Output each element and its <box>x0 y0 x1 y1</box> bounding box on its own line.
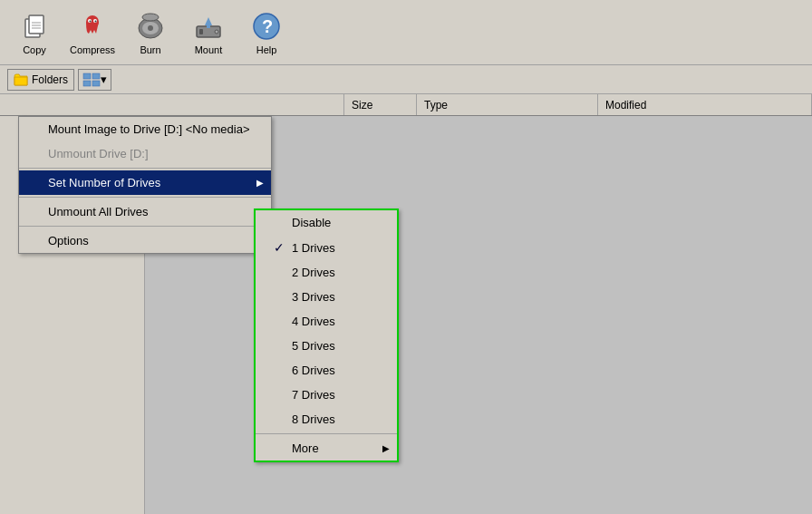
svg-marker-17 <box>205 17 212 25</box>
submenu-checkmark-1-drives: ✓ <box>274 240 288 255</box>
submenu-item-4-drives-label: 4 Drives <box>292 315 335 328</box>
menu-item-unmount-all[interactable]: Unmount All Drives <box>19 199 271 224</box>
submenu-item-disable-label: Disable <box>292 216 331 229</box>
main-content: Mount Image to Drive [D:] <No media> Unm… <box>0 116 812 514</box>
submenu-item-4-drives[interactable]: 4 Drives <box>256 309 397 334</box>
submenu-checkmark-8-drives <box>274 412 288 426</box>
mount-label: Mount <box>195 44 223 55</box>
submenu-item-3-drives-label: 3 Drives <box>292 290 335 304</box>
burn-button[interactable]: Burn <box>123 5 178 60</box>
menu-item-mount-image[interactable]: Mount Image to Drive [D:] <No media> <box>19 117 271 141</box>
menu-item-options[interactable]: Options <box>19 228 271 253</box>
folders-label: Folders <box>32 73 68 86</box>
view-toggle-button[interactable]: ▾ <box>78 69 111 91</box>
copy-icon <box>18 10 51 43</box>
help-icon: ? <box>250 10 283 43</box>
view-dropdown-arrow: ▾ <box>101 73 107 86</box>
svg-point-12 <box>148 25 153 31</box>
submenu-item-more-label: More <box>292 441 319 455</box>
compress-button[interactable]: Compress <box>65 5 120 60</box>
submenu-item-2-drives-label: 2 Drives <box>292 266 335 279</box>
column-headers: Size Type Modified <box>0 94 812 116</box>
submenu-item-more[interactable]: More <box>256 436 397 461</box>
mount-button[interactable]: Mount <box>181 5 236 60</box>
help-button[interactable]: ? Help <box>239 5 294 60</box>
svg-point-9 <box>95 20 97 22</box>
addressbar: Folders ▾ <box>0 65 812 94</box>
col-name-header[interactable] <box>0 94 344 115</box>
submenu-item-2-drives[interactable]: 2 Drives <box>256 260 397 285</box>
submenu-separator <box>256 433 397 434</box>
submenu-item-1-drives-label: 1 Drives <box>292 241 335 255</box>
svg-rect-1 <box>29 15 44 34</box>
compress-icon <box>76 10 109 43</box>
svg-rect-18 <box>207 25 210 28</box>
svg-point-13 <box>142 14 159 21</box>
svg-rect-23 <box>83 81 91 86</box>
menu-item-unmount-drive[interactable]: Unmount Drive [D:] <box>19 141 271 166</box>
svg-point-16 <box>215 30 218 34</box>
folder-icon <box>14 73 28 86</box>
submenu-item-7-drives-label: 7 Drives <box>292 388 335 402</box>
submenu-checkmark-7-drives <box>274 388 288 402</box>
mount-menu: Mount Image to Drive [D:] <No media> Unm… <box>18 116 272 254</box>
menu-item-options-label: Options <box>48 234 89 247</box>
submenu-item-5-drives-label: 5 Drives <box>292 339 335 353</box>
submenu-item-7-drives[interactable]: 7 Drives <box>256 383 397 407</box>
checkmark-unmount-all <box>30 205 44 218</box>
menu-item-set-number[interactable]: Set Number of Drives <box>19 170 271 195</box>
menu-item-mount-image-label: Mount Image to Drive [D:] <No media> <box>48 122 250 136</box>
submenu-item-6-drives[interactable]: 6 Drives <box>256 358 397 383</box>
menu-separator-2 <box>19 197 271 198</box>
submenu-item-3-drives[interactable]: 3 Drives <box>256 285 397 309</box>
burn-label: Burn <box>140 44 160 55</box>
submenu-checkmark-4-drives <box>274 315 288 328</box>
set-number-submenu: Disable ✓ 1 Drives 2 Drives 3 Drives 4 D… <box>254 209 399 462</box>
checkmark-unmount-drive <box>30 147 44 160</box>
checkmark-mount-image <box>30 122 44 136</box>
submenu-item-8-drives[interactable]: 8 Drives <box>256 407 397 432</box>
svg-rect-22 <box>92 73 100 79</box>
submenu-checkmark-2-drives <box>274 266 288 279</box>
help-label: Help <box>256 44 277 55</box>
submenu-checkmark-more <box>274 441 288 455</box>
svg-rect-21 <box>83 73 91 79</box>
submenu-item-1-drives[interactable]: ✓ 1 Drives <box>256 235 397 260</box>
submenu-item-8-drives-label: 8 Drives <box>292 412 335 426</box>
toolbar: Copy Compress Burn <box>0 0 812 65</box>
submenu-item-disable[interactable]: Disable <box>256 210 397 235</box>
copy-label: Copy <box>23 44 46 55</box>
submenu-checkmark-5-drives <box>274 339 288 353</box>
menu-separator-1 <box>19 168 271 169</box>
submenu-checkmark-3-drives <box>274 290 288 304</box>
copy-button[interactable]: Copy <box>7 5 62 60</box>
submenu-checkmark-6-drives <box>274 364 288 377</box>
compress-label: Compress <box>70 44 115 55</box>
menu-item-unmount-all-label: Unmount All Drives <box>48 205 149 218</box>
submenu-item-6-drives-label: 6 Drives <box>292 364 335 377</box>
folders-button[interactable]: Folders <box>7 69 74 91</box>
svg-point-8 <box>90 20 92 22</box>
checkmark-options <box>30 234 44 247</box>
col-modified-header[interactable]: Modified <box>598 94 812 115</box>
checkmark-set-number <box>30 176 44 189</box>
col-type-header[interactable]: Type <box>417 94 598 115</box>
submenu-item-5-drives[interactable]: 5 Drives <box>256 334 397 358</box>
burn-icon <box>134 10 167 43</box>
mount-icon <box>192 10 225 43</box>
menu-item-unmount-drive-label: Unmount Drive [D:] <box>48 147 149 160</box>
submenu-checkmark-disable <box>274 216 288 229</box>
col-size-header[interactable]: Size <box>344 94 417 115</box>
svg-rect-24 <box>92 81 100 86</box>
view-icon <box>82 73 101 87</box>
menu-separator-3 <box>19 226 271 227</box>
menu-item-set-number-label: Set Number of Drives <box>48 176 160 189</box>
svg-text:?: ? <box>262 16 273 36</box>
svg-rect-15 <box>199 29 203 34</box>
